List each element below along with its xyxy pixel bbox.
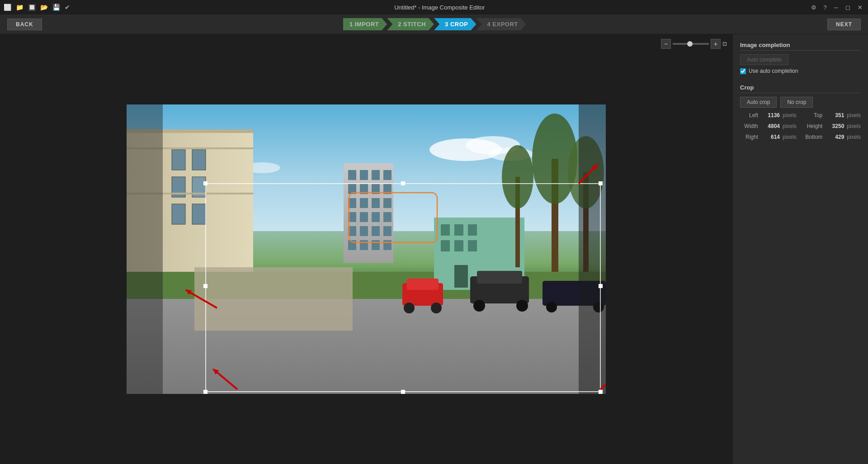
crop-height-label: Height — [804, 123, 822, 129]
crop-top-label: Top — [804, 112, 822, 118]
crop-height-value: 3250 — [825, 123, 844, 129]
svg-rect-69 — [127, 104, 163, 394]
check-icon[interactable]: ✔ — [65, 4, 70, 11]
svg-rect-17 — [194, 267, 353, 331]
step-import-label: 1 IMPORT — [349, 21, 379, 28]
svg-rect-46 — [468, 224, 477, 236]
titlebar-title: Untitled* - Image Composite Editor — [394, 4, 485, 11]
svg-rect-47 — [441, 240, 450, 251]
titlebar-icons: ⬜ 📁 🔲 📂 💾 ✔ — [4, 4, 70, 11]
crop-right-label: Right — [740, 134, 758, 140]
svg-rect-49 — [468, 240, 477, 251]
svg-rect-52 — [407, 279, 439, 290]
svg-rect-22 — [383, 170, 392, 180]
svg-rect-29 — [372, 198, 380, 208]
zoom-fit-button[interactable]: ⊡ — [722, 41, 727, 47]
step-crop-label: 3 CROP — [445, 21, 468, 28]
svg-rect-71 — [203, 181, 208, 185]
zoom-slider-thumb[interactable] — [687, 41, 693, 47]
image-container[interactable] — [0, 34, 732, 464]
crop-bottom-field: Bottom 429 pixels — [804, 134, 861, 140]
minimize-btn[interactable]: ─ — [832, 4, 840, 11]
step-export[interactable]: 4 EXPORT — [476, 18, 526, 30]
use-auto-completion-checkbox[interactable] — [740, 68, 746, 74]
next-button[interactable]: NEXT — [827, 19, 861, 30]
svg-rect-21 — [372, 170, 380, 180]
svg-rect-30 — [383, 198, 392, 208]
svg-rect-72 — [599, 181, 603, 185]
crop-fields-grid: Left 1136 pixels Top 351 pixels Width 48… — [740, 112, 861, 142]
svg-rect-73 — [203, 390, 208, 394]
svg-rect-6 — [172, 150, 185, 170]
crop-bottom-unit: pixels — [847, 134, 861, 140]
main-layout: − + ⊡ — [0, 34, 868, 464]
svg-rect-45 — [454, 224, 463, 236]
scene-svg — [127, 104, 606, 394]
restore-btn[interactable]: ◻ — [844, 4, 852, 11]
svg-rect-20 — [360, 170, 368, 180]
crop-left-field: Left 1136 pixels — [740, 112, 797, 118]
svg-rect-40 — [360, 240, 368, 250]
new-icon[interactable]: ⬜ — [4, 4, 11, 11]
panorama-scene — [127, 104, 606, 394]
no-crop-button[interactable]: No crop — [780, 97, 813, 108]
step-crop[interactable]: 3 CROP — [434, 18, 476, 30]
panorama-icon[interactable]: 🔲 — [28, 4, 36, 11]
auto-crop-button[interactable]: Auto crop — [740, 97, 777, 108]
svg-rect-19 — [348, 170, 356, 180]
svg-rect-50 — [454, 265, 468, 288]
crop-top-unit: pixels — [847, 112, 861, 118]
crop-right-unit: pixels — [783, 134, 797, 140]
close-btn[interactable]: ✕ — [856, 4, 864, 11]
zoom-in-button[interactable]: + — [711, 39, 721, 49]
crop-height-unit: pixels — [847, 123, 861, 129]
back-button[interactable]: BACK — [7, 19, 42, 30]
svg-point-57 — [473, 300, 485, 312]
zoom-slider[interactable] — [673, 43, 709, 45]
crop-top-value: 351 — [825, 112, 844, 118]
help-icon[interactable]: ? — [822, 4, 829, 11]
svg-point-54 — [431, 303, 442, 313]
crop-width-label: Width — [740, 123, 758, 129]
use-auto-completion-row: Use auto completion — [740, 68, 861, 74]
use-auto-completion-label: Use auto completion — [749, 68, 798, 74]
svg-rect-76 — [401, 390, 405, 394]
crop-left-unit: pixels — [783, 112, 797, 118]
save-icon[interactable]: 💾 — [52, 4, 60, 11]
svg-rect-48 — [454, 240, 463, 251]
step-export-label: 4 EXPORT — [487, 21, 518, 28]
crop-right-field: Right 614 pixels — [740, 134, 797, 140]
open-icon[interactable]: 📁 — [16, 4, 24, 11]
svg-rect-32 — [360, 212, 368, 222]
crop-width-value: 4804 — [761, 123, 780, 129]
image-completion-section: Image completion Auto complete Use auto … — [740, 42, 861, 78]
svg-rect-42 — [383, 240, 392, 250]
canvas-area: − + ⊡ — [0, 34, 732, 464]
crop-right-value: 614 — [761, 134, 780, 140]
crop-section-title: Crop — [740, 84, 861, 93]
crop-height-field: Height 3250 pixels — [804, 123, 861, 129]
crop-top-field: Top 351 pixels — [804, 112, 861, 118]
svg-rect-77 — [203, 284, 208, 288]
svg-point-67 — [502, 145, 533, 208]
svg-rect-11 — [192, 204, 206, 224]
svg-point-58 — [516, 300, 528, 312]
crop-bottom-value: 429 — [825, 134, 844, 140]
svg-rect-56 — [477, 271, 522, 284]
zoom-bar: − + ⊡ — [661, 39, 727, 49]
crop-width-unit: pixels — [783, 123, 797, 129]
svg-rect-36 — [360, 226, 368, 236]
step-stitch-label: 2 STITCH — [398, 21, 426, 28]
crop-left-top-row: Left 1136 pixels Top 351 pixels — [740, 112, 861, 120]
svg-rect-33 — [372, 212, 380, 222]
step-stitch[interactable]: 2 STITCH — [387, 18, 434, 30]
step-import[interactable]: 1 IMPORT — [343, 18, 387, 30]
svg-rect-28 — [360, 198, 368, 208]
crop-width-field: Width 4804 pixels — [740, 123, 797, 129]
zoom-out-button[interactable]: − — [661, 39, 671, 49]
settings-icon[interactable]: ⚙ — [809, 4, 818, 11]
auto-complete-button[interactable]: Auto complete — [740, 54, 788, 65]
svg-rect-37 — [372, 226, 380, 236]
folder-open-icon[interactable]: 📂 — [40, 4, 48, 11]
titlebar: ⬜ 📁 🔲 📂 💾 ✔ Untitled* - Image Composite … — [0, 0, 868, 14]
